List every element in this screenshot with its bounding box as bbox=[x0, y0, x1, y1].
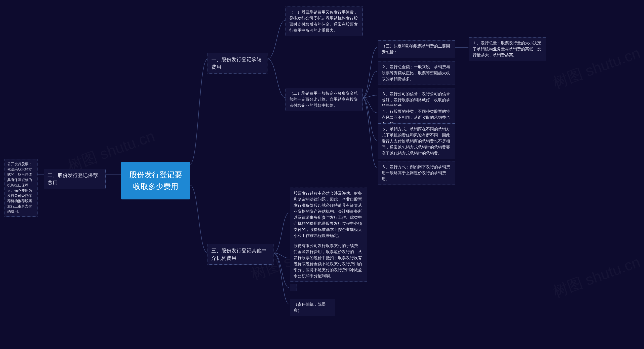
branch3-title: 三、股份发行登记其他中介机构费用 bbox=[208, 244, 273, 265]
branch1-child-b: （二）承销费用一般按企业募集资金总额的一定百分比计算。自承销商在投资者付给企业的… bbox=[286, 88, 363, 111]
center-node: 股份发行登记要收取多少费用 bbox=[121, 162, 190, 199]
factor-6: ６、发行方式；例如网下发行的承销费用一般略高于上网定价发行的承销费用。 bbox=[378, 161, 455, 185]
watermark: 树图 shutu.cn bbox=[550, 252, 643, 302]
branch2-content: 公开发行股票；依法采取承销方式的，应当聘请具有保荐资格的机构担任保荐人。保荐费用… bbox=[5, 159, 37, 217]
branch1-title: 一、股份发行登记承销费用 bbox=[208, 53, 267, 74]
factor-2: ２、发行总金额；一般来说，承销费与股票筹资额成正比，股票筹资额越大收取的承销费越… bbox=[378, 61, 455, 85]
branch1-factors-title: （三）决定和影响股票承销费的主要因素包括： bbox=[378, 40, 455, 58]
watermark: 树图 shutu.cn bbox=[550, 43, 643, 93]
branch3-p2: 股份有限公司发行股票支付的手续费、佣金等发行费用，股票溢价发行的，从发行股票的溢… bbox=[290, 240, 367, 282]
branch3-p1: 股票发行过程中必然会涉及评估、财务和复杂的法律问题，因此，企业自股票发行准备阶段… bbox=[290, 188, 367, 241]
branch3-p3: （责任编辑：陈墨宸） bbox=[290, 299, 335, 316]
factor-1: １、发行总量；股票发行量的大小决定了承销机构业务量与承销费的高低，发行量越大，承… bbox=[469, 37, 546, 61]
factor-5: ５、承销方式。承销商在不同的承销方式下承担的责任和风险有所不同，因此发行人支付给… bbox=[378, 123, 455, 159]
branch2-title: 二、股份发行登记保荐费用 bbox=[44, 169, 106, 189]
branch1-child-a: （一）股票承销费用又称发行手续费，是指发行公司委托证券承销机构发行股票时支付给后… bbox=[286, 7, 363, 36]
branch3-empty bbox=[290, 284, 297, 291]
